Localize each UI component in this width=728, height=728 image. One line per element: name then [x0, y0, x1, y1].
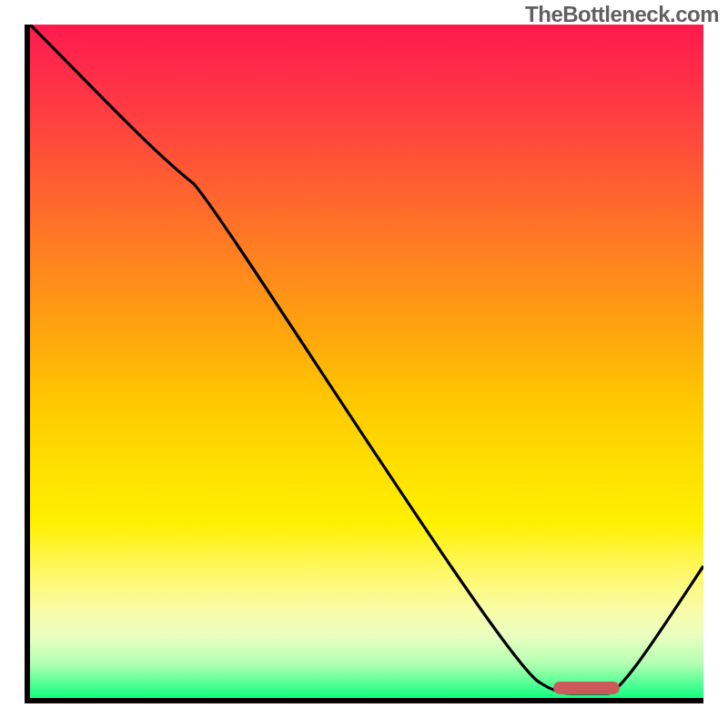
- curve-layer: [30, 25, 703, 698]
- plot-frame: [25, 25, 703, 703]
- chart-container: TheBottleneck.com: [0, 0, 728, 728]
- bottleneck-curve: [30, 25, 703, 693]
- watermark-text: TheBottleneck.com: [525, 2, 719, 27]
- optimal-range-marker: [553, 682, 620, 694]
